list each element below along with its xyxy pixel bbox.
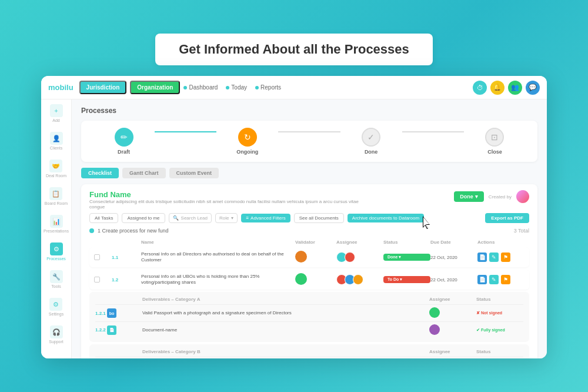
deliverable-header-b: Deliverables – Category B Assignee Statu… [95, 348, 523, 357]
connector-ongoing-done [278, 131, 340, 132]
tab-gantt[interactable]: Gantt Chart [122, 168, 166, 178]
deliverable-status: ✔ Fully signed [476, 328, 523, 333]
created-by-label: Created by [489, 194, 512, 200]
doc-action-icon[interactable]: 📄 [477, 253, 487, 262]
nav-today[interactable]: Today [226, 84, 247, 91]
export-pdf-button[interactable]: Export as PDF [485, 213, 529, 223]
col-number [112, 240, 141, 245]
deliverable-assignee-col-b: Assignee [429, 349, 476, 354]
deliverable-cat-label: Deliverables – Category A [142, 297, 429, 302]
tab-custom-event[interactable]: Custom Event [169, 168, 219, 178]
flag-action-icon[interactable]: ⚑ [501, 275, 510, 284]
deliverable-assignee [429, 307, 476, 319]
fund-info: Fund Name Consectetur adipiscing elit du… [89, 190, 372, 210]
doc-type-icon: 📄 [107, 325, 116, 335]
sidebar-label-presentations: Presentations [44, 229, 69, 233]
action-icons: 📄 ✎ ⚑ [477, 275, 524, 284]
assignee-avatars [336, 252, 383, 263]
settings-icon: ⚙ [49, 298, 62, 311]
fund-status-done-button[interactable]: Done ▾ [454, 191, 484, 202]
step-draft: ✏ Draft [93, 128, 155, 155]
total-label: 3 Total [514, 228, 529, 234]
status-badge[interactable]: To Do ▾ [383, 276, 430, 283]
archive-documents-button[interactable]: Archive documents to Dataroom [348, 214, 424, 222]
deliverable-cat-b-label: Deliverables – Category B [142, 349, 429, 354]
fund-card: Fund Name Consectetur adipiscing elit du… [81, 184, 537, 358]
sidebar-label-boardroom: Board Room [45, 201, 68, 205]
support-icon: 🎧 [50, 325, 63, 338]
deliverable-number: 1.2.2 📄 [95, 325, 142, 335]
step-ongoing: ↻ Ongoing [216, 128, 278, 155]
edit-action-icon[interactable]: ✎ [489, 275, 499, 284]
role-select[interactable]: Role ▾ [215, 213, 238, 223]
nav-organization[interactable]: Organization [130, 81, 180, 94]
tabs-row: Checklist Gantt Chart Custom Event [81, 168, 537, 178]
due-date: 22 Oct, 2020 [430, 277, 477, 283]
col-assignee: Assignee [336, 240, 383, 245]
sidebar-item-support[interactable]: 🎧 Support [49, 325, 64, 344]
filter-all-tasks[interactable]: All Tasks [89, 213, 118, 223]
sidebar-item-clients[interactable]: 👤 Clients [50, 132, 63, 150]
edit-action-icon[interactable]: ✎ [489, 253, 499, 262]
users-icon[interactable]: 👥 [508, 81, 522, 95]
sidebar-label-add: Add [52, 118, 59, 122]
deliverable-name: Valid Passport with a photograph and a s… [142, 310, 429, 316]
deliverable-number: 1.2.1 bo [95, 308, 142, 318]
role-placeholder: Role [219, 215, 229, 221]
sidebar-item-boardroom[interactable]: 📋 Board Room [45, 187, 68, 205]
sidebar-item-presentations[interactable]: 📊 Presentations [44, 215, 69, 233]
process-title: 1 Create process for new fund [98, 228, 169, 234]
sidebar-item-add[interactable]: + Add [50, 104, 63, 122]
nav-jurisdiction[interactable]: Jurisdiction [79, 81, 127, 94]
deliverable-assignee-col: Assignee [429, 297, 476, 302]
list-item: 1.2.2 📄 Document-name ✔ Fully signed [95, 321, 523, 338]
nav-dashboard[interactable]: Dashboard [183, 84, 218, 91]
dashboard-dot [183, 86, 187, 89]
deliverable-name: Document-name [142, 327, 429, 333]
status-badge[interactable]: Done ▾ [383, 254, 430, 261]
sidebar-item-tools[interactable]: 🔧 Tools [50, 270, 63, 288]
step-done-circle: ✓ [362, 128, 380, 147]
connector-done-close [402, 131, 464, 132]
clock-icon[interactable]: ⏱ [473, 81, 487, 95]
row-checkbox[interactable] [94, 277, 100, 283]
sidebar-item-settings[interactable]: ⚙ Settings [49, 298, 64, 316]
tab-checklist[interactable]: Checklist [81, 168, 119, 178]
nav-reports[interactable]: Reports [255, 84, 281, 91]
sidebar-label-deals: Deal Room [46, 174, 66, 178]
tools-icon: 🔧 [50, 270, 63, 283]
deliverable-section-b: Deliverables – Category B Assignee Statu… [89, 344, 529, 358]
nav-icons: ⏱ 🔔 👥 💬 [473, 81, 540, 95]
deals-icon: 🤝 [49, 160, 62, 172]
main-layout: + Add 👤 Clients 🤝 Deal Room 📋 Board Room… [41, 99, 547, 358]
chat-icon[interactable]: 💬 [526, 81, 540, 95]
process-list-header: 1 Create process for new fund 3 Total [89, 228, 529, 234]
add-icon: + [50, 104, 63, 117]
filter-assigned-to-me[interactable]: Assigned to me [122, 213, 165, 223]
row-checkbox[interactable] [94, 254, 100, 260]
connector-draft-ongoing [155, 131, 216, 132]
sidebar-item-deals[interactable]: 🤝 Deal Room [46, 160, 66, 178]
filter-icon: ≡ [246, 215, 249, 221]
sidebar: + Add 👤 Clients 🤝 Deal Room 📋 Board Room… [41, 99, 72, 358]
presentations-icon: 📊 [50, 215, 63, 228]
doc-action-icon[interactable]: 📄 [477, 275, 487, 284]
creator-avatar [516, 190, 529, 203]
deliverable-status-col: Status [476, 297, 523, 302]
content-area: Processes ✏ Draft ↻ Ongoing ✓ Do [72, 99, 547, 358]
bell-icon[interactable]: 🔔 [490, 81, 505, 95]
task-description: Personal Info on all UBOs who is holding… [141, 274, 295, 286]
advanced-filters-button[interactable]: ≡ Advanced Filters [241, 214, 290, 222]
search-box[interactable]: 🔍 Search Lead [169, 213, 212, 223]
sidebar-label-clients: Clients [50, 146, 62, 150]
see-all-documents-button[interactable]: See all Documents [294, 213, 344, 223]
table-header: Name Validator Assignee Status Due Date … [89, 237, 529, 247]
sidebar-item-processes[interactable]: ⚙ Processes [46, 242, 66, 261]
filter-row: All Tasks Assigned to me 🔍 Search Lead R… [89, 213, 529, 223]
col-select [94, 240, 112, 245]
col-due-date: Due Date [430, 240, 477, 245]
deliverable-number-col-b [95, 349, 142, 354]
flag-action-icon[interactable]: ⚑ [501, 253, 510, 262]
sidebar-label-support: Support [49, 340, 64, 344]
step-close: ⊡ Close [464, 128, 526, 155]
